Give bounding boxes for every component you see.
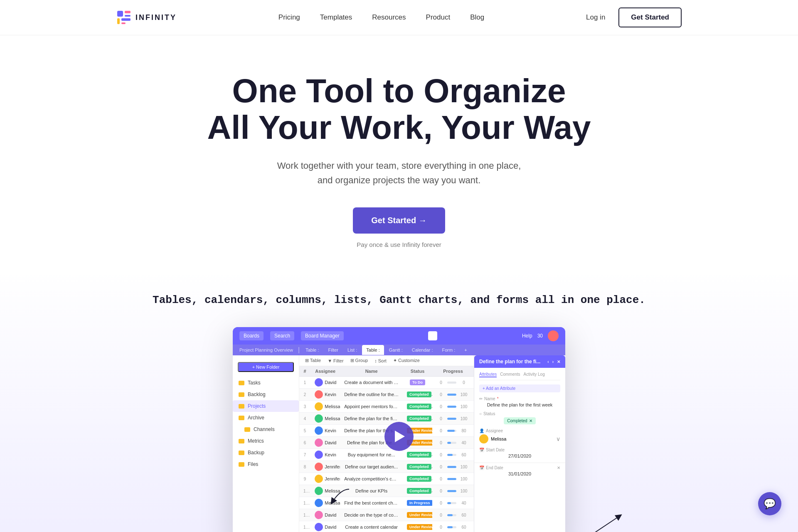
table-row[interactable]: 4 Melissa Define the plan for the first … xyxy=(299,413,474,425)
table-row[interactable]: 13 David Create a content calendar Under… xyxy=(299,521,474,532)
progress-bar-fill xyxy=(447,478,456,480)
notifications-badge[interactable]: 30 xyxy=(537,333,543,339)
detail-tabs: Attributes Comments Activity Log xyxy=(479,372,560,380)
help-label[interactable]: Help xyxy=(522,333,532,339)
search-button[interactable]: Search xyxy=(270,331,294,340)
row-assignee: Melissa xyxy=(310,414,340,423)
nav-templates[interactable]: Templates xyxy=(320,13,352,22)
sidebar-item-backup[interactable]: Backup xyxy=(233,447,299,458)
tab-list[interactable]: List : xyxy=(343,345,361,355)
row-progress: 0 100 xyxy=(432,404,474,409)
detail-panel-header: Define the plan for the fi... ‹ › ✕ xyxy=(474,355,565,368)
svg-rect-11 xyxy=(239,439,244,443)
table-row[interactable]: 2 Kevin Define the outline for the onboa… xyxy=(299,389,474,401)
logo[interactable]: INFINITY xyxy=(116,10,177,25)
row-progress: 0 100 xyxy=(432,465,474,469)
row-name: Buy equipment for ne... xyxy=(340,452,403,457)
assignee-avatar xyxy=(315,438,323,447)
nav-blog[interactable]: Blog xyxy=(470,13,484,22)
tab-table1[interactable]: Table : xyxy=(301,345,323,355)
assignee-avatar xyxy=(315,414,323,423)
table-row[interactable]: 10 Melissa Define our KPIs Completed 0 1… xyxy=(299,485,474,497)
toolbar-customize[interactable]: ✦ Customize xyxy=(393,358,420,363)
table-row[interactable]: 7 Kevin Buy equipment for ne... Complete… xyxy=(299,449,474,461)
row-num: 5 xyxy=(299,429,310,433)
progress-bar-fill xyxy=(447,502,451,504)
sidebar-item-tasks[interactable]: Tasks xyxy=(233,377,299,389)
detail-end-date-value: 31/01/2020 xyxy=(479,471,560,476)
detail-tab-attributes[interactable]: Attributes xyxy=(479,372,497,377)
navbar: INFINITY Pricing Templates Resources Pro… xyxy=(0,0,798,35)
toolbar-group[interactable]: ⊞ Group xyxy=(350,358,368,363)
tab-form[interactable]: Form : xyxy=(438,345,460,355)
svg-rect-2 xyxy=(125,15,131,17)
add-attribute-button[interactable]: + Add an Attribute xyxy=(479,384,560,392)
new-folder-button[interactable]: + New Folder xyxy=(238,362,294,372)
tab-table2[interactable]: Table : xyxy=(362,345,384,355)
detail-tab-activity[interactable]: Activity Log xyxy=(524,372,545,377)
end-date-close[interactable]: ✕ xyxy=(557,466,560,470)
table-row[interactable]: 3 Melissa Appoint peer mentors for new e… xyxy=(299,401,474,413)
nav-get-started-button[interactable]: Get Started xyxy=(618,7,682,27)
row-name: Create a content calendar xyxy=(340,525,403,530)
toolbar-table[interactable]: ⊞ Table xyxy=(305,358,321,363)
table-row[interactable]: 12 David Decide on the type of content t… xyxy=(299,509,474,521)
user-avatar[interactable] xyxy=(548,330,559,341)
detail-start-date-value: 27/01/2020 xyxy=(479,453,560,458)
sidebar-item-backlog[interactable]: Backlog xyxy=(233,389,299,400)
svg-rect-5 xyxy=(121,22,126,24)
sidebar-item-projects[interactable]: Projects xyxy=(233,400,299,412)
col-progress: Progress xyxy=(432,369,474,374)
progress-bar-wrap xyxy=(447,382,456,384)
progress-bar-fill xyxy=(447,442,451,444)
progress-bar-wrap xyxy=(447,430,456,432)
hero-cta-button[interactable]: Get Started → xyxy=(353,207,445,234)
board-manager-button[interactable]: Board Manager xyxy=(301,331,344,340)
play-button[interactable] xyxy=(384,422,414,451)
topbar-right: Help 30 xyxy=(522,330,559,341)
sidebar-item-files[interactable]: Files xyxy=(233,458,299,470)
play-icon xyxy=(395,431,405,442)
nav-pricing[interactable]: Pricing xyxy=(278,13,300,22)
nav-product[interactable]: Product xyxy=(426,13,451,22)
row-progress: 0 100 xyxy=(432,477,474,481)
sidebar-item-archive[interactable]: Archive xyxy=(233,412,299,424)
detail-close[interactable]: ✕ xyxy=(557,360,560,364)
tab-filter[interactable]: Filter xyxy=(324,345,342,355)
detail-nav-prev[interactable]: ‹ xyxy=(547,360,549,364)
row-assignee: David xyxy=(310,438,340,447)
app-sidebar: + New Folder Tasks Backlog Projects Arch… xyxy=(233,355,299,532)
assignee-avatar xyxy=(315,378,323,387)
detail-start-date-field: 📅 Start Date 27/01/2020 xyxy=(479,448,560,458)
visual-tagline: Tables, calendars, columns, lists, Gantt… xyxy=(0,294,798,306)
status-remove[interactable]: ✕ xyxy=(529,419,532,423)
login-button[interactable]: Log in xyxy=(586,13,605,22)
detail-nav-next[interactable]: › xyxy=(552,360,554,364)
table-row[interactable]: 8 Jennifer Define our target audien... C… xyxy=(299,461,474,473)
detail-tab-comments[interactable]: Comments xyxy=(500,372,520,377)
tab-gantt[interactable]: Gantt : xyxy=(385,345,407,355)
assignee-avatar xyxy=(315,390,323,399)
table-row[interactable]: 11 Melissa Find the best content channel… xyxy=(299,497,474,509)
chat-bubble[interactable]: 💬 xyxy=(758,492,781,515)
tab-add[interactable]: + xyxy=(460,345,471,355)
row-num: 9 xyxy=(299,477,310,481)
row-status: Completed xyxy=(403,464,432,470)
topbar-center xyxy=(428,331,437,340)
table-row[interactable]: 1 David Create a document with resour...… xyxy=(299,377,474,389)
tab-calendar[interactable]: Calendar : xyxy=(408,345,437,355)
row-progress: 0 60 xyxy=(432,513,474,517)
nav-resources[interactable]: Resources xyxy=(372,13,406,22)
row-progress: 0 60 xyxy=(432,453,474,457)
assignee-expand[interactable]: ∨ xyxy=(556,436,560,442)
boards-button[interactable]: Boards xyxy=(239,331,264,340)
toolbar-filter[interactable]: ▼ Filter xyxy=(328,358,343,363)
row-name: Appoint peer mentors for new e... xyxy=(340,404,403,409)
assignee-avatar xyxy=(315,475,323,483)
table-row[interactable]: 9 Jennifer Analyze competition's content… xyxy=(299,473,474,485)
sidebar-item-channels[interactable]: Channels xyxy=(233,424,299,435)
row-status: To Do xyxy=(403,379,432,385)
row-progress: 0 100 xyxy=(432,489,474,493)
sidebar-item-metrics[interactable]: Metrics xyxy=(233,435,299,447)
toolbar-sort[interactable]: ↕ Sort xyxy=(374,358,387,363)
